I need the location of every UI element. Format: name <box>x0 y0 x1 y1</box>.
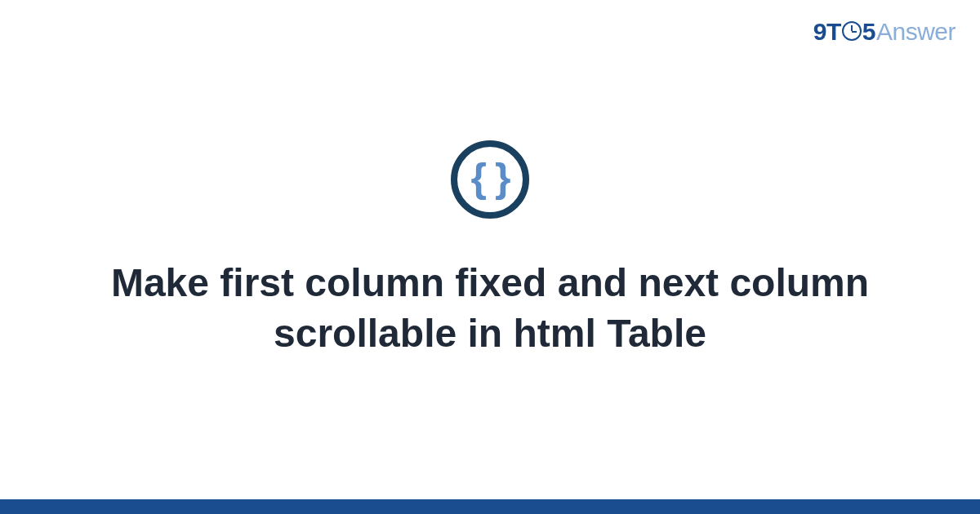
code-braces-icon: { } <box>471 157 510 198</box>
footer-bar <box>0 499 980 514</box>
main-content: { } Make first column fixed and next col… <box>0 0 980 499</box>
category-icon-ring: { } <box>451 140 529 219</box>
page-title: Make first column fixed and next column … <box>98 258 882 360</box>
